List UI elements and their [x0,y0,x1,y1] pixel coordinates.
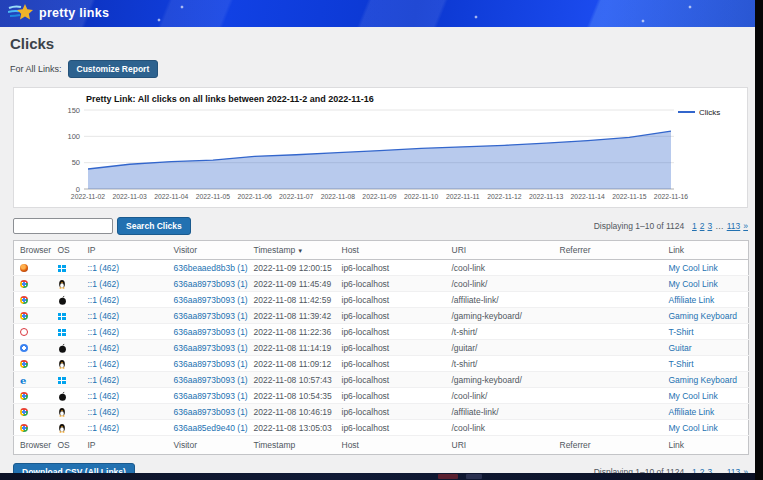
visitor-link[interactable]: 636aa8973b093 (1) [174,407,248,417]
visitor-cell: 636aa8973b093 (1) [168,276,248,292]
browser-cell [14,276,52,292]
page-link-2[interactable]: 2 [700,221,705,231]
column-header-visitor[interactable]: Visitor [168,436,248,455]
uri-cell: /affiliate-link/ [446,292,554,308]
column-header-uri[interactable]: URI [446,436,554,455]
link-cell: My Cool Link [663,260,749,276]
column-header-browser[interactable]: Browser [14,241,52,260]
linux-tux-icon [58,407,66,417]
link-cell: Gaming Keyboard [663,372,749,388]
visitor-link[interactable]: 636aa8973b093 (1) [174,279,248,289]
page-link-3[interactable]: 3 [707,221,712,231]
visitor-link[interactable]: 636aa8973b093 (1) [174,327,248,337]
table-header: BrowserOSIPVisitorTimestamp▼HostURIRefer… [14,241,749,260]
column-header-link[interactable]: Link [663,241,749,260]
ip-link[interactable]: ::1 (462) [88,311,120,321]
visitor-link[interactable]: 636aa8973b093 (1) [174,375,248,385]
pretty-link-link[interactable]: Guitar [669,343,692,353]
pretty-link-link[interactable]: Gaming Keyboard [669,375,738,385]
table-footer: BrowserOSIPVisitorTimestampHostURIReferr… [14,436,749,455]
column-header-os[interactable]: OS [52,436,82,455]
column-header-os[interactable]: OS [52,241,82,260]
ip-link[interactable]: ::1 (462) [88,343,120,353]
ip-link[interactable]: ::1 (462) [88,423,120,433]
pretty-link-link[interactable]: T-Shirt [669,327,694,337]
visitor-link[interactable]: 636aa8973b093 (1) [174,359,248,369]
os-cell [52,388,82,404]
next-page-link[interactable]: » [743,221,748,231]
customize-report-button[interactable]: Customize Report [68,60,159,78]
pretty-link-link[interactable]: Gaming Keyboard [669,311,738,321]
visitor-link[interactable]: 636aa8973b093 (1) [174,391,248,401]
visitor-cell: 636aa8973b093 (1) [168,292,248,308]
clicks-area-chart: 0501001502022-11-022022-11-032022-11-042… [14,88,747,207]
svg-text:Clicks: Clicks [699,108,720,117]
column-header-ip[interactable]: IP [82,241,168,260]
column-header-host[interactable]: Host [336,241,446,260]
host-cell: ip6-localhost [336,356,446,372]
timestamp-value: 2022-11-09 12:00:15 [254,263,332,273]
column-header-uri[interactable]: URI [446,241,554,260]
link-cell: My Cool Link [663,420,749,436]
visitor-link[interactable]: 636aa8973b093 (1) [174,295,248,305]
timestamp-value: 2022-11-08 11:42:59 [254,295,332,305]
svg-text:2022-11-15: 2022-11-15 [612,193,646,200]
pretty-link-link[interactable]: Affiliate Link [669,407,715,417]
uri-value: /gaming-keyboard/ [452,375,522,385]
host-value: ip6-localhost [342,375,390,385]
column-header-referrer[interactable]: Referrer [554,241,663,260]
screen: pretty links Clicks For All Links: Custo… [0,0,763,480]
column-header-host[interactable]: Host [336,436,446,455]
link-cell: Guitar [663,340,749,356]
referrer-cell [554,420,663,436]
pretty-link-link[interactable]: My Cool Link [669,263,718,273]
pretty-link-link[interactable]: My Cool Link [669,391,718,401]
search-input[interactable] [13,218,113,234]
visitor-link[interactable]: 636beaaed8b3b (1) [174,263,248,273]
ip-link[interactable]: ::1 (462) [88,279,120,289]
timestamp-cell: 2022-11-08 11:39:42 [248,308,336,324]
ip-link[interactable]: ::1 (462) [88,359,120,369]
column-header-referrer[interactable]: Referrer [554,436,663,455]
ip-cell: ::1 (462) [82,420,168,436]
column-header-browser[interactable]: Browser [14,436,52,455]
linux-tux-icon [58,359,66,369]
sort-desc-icon: ▼ [297,248,303,254]
host-value: ip6-localhost [342,343,390,353]
ip-link[interactable]: ::1 (462) [88,327,120,337]
visitor-link[interactable]: 636aa85ed9e40 (1) [174,423,248,433]
uri-cell: /cool-link/ [446,276,554,292]
ip-link[interactable]: ::1 (462) [88,375,120,385]
visitor-link[interactable]: 636aa8973b093 (1) [174,311,248,321]
host-value: ip6-localhost [342,391,390,401]
pretty-link-link[interactable]: T-Shirt [669,359,694,369]
timestamp-value: 2022-11-08 10:46:19 [254,407,332,417]
page-link-last[interactable]: 113 [727,221,741,231]
ip-link[interactable]: ::1 (462) [88,263,120,273]
host-value: ip6-localhost [342,295,390,305]
page-link-1[interactable]: 1 [692,221,697,231]
pretty-link-link[interactable]: My Cool Link [669,423,718,433]
browser-cell [14,324,52,340]
ip-link[interactable]: ::1 (462) [88,407,120,417]
column-header-ip[interactable]: IP [82,436,168,455]
column-header-visitor[interactable]: Visitor [168,241,248,260]
referrer-cell [554,276,663,292]
column-header-timestamp[interactable]: Timestamp [248,436,336,455]
click-row-2: ::1 (462)636aa8973b093 (1)2022-11-09 11:… [14,276,749,292]
referrer-cell [554,308,663,324]
pretty-link-link[interactable]: Affiliate Link [669,295,715,305]
click-row-1: ::1 (462)636beaaed8b3b (1)2022-11-09 12:… [14,260,749,276]
column-header-link[interactable]: Link [663,436,749,455]
column-header-timestamp[interactable]: Timestamp▼ [248,241,336,260]
uri-value: /guitar/ [452,343,478,353]
visitor-link[interactable]: 636aa8973b093 (1) [174,343,248,353]
ip-link[interactable]: ::1 (462) [88,391,120,401]
svg-text:2022-11-16: 2022-11-16 [654,193,688,200]
browser-cell [14,388,52,404]
ip-link[interactable]: ::1 (462) [88,295,120,305]
search-clicks-button[interactable]: Search Clicks [117,217,191,235]
ip-cell: ::1 (462) [82,260,168,276]
svg-text:2022-11-07: 2022-11-07 [279,193,313,200]
pretty-link-link[interactable]: My Cool Link [669,279,718,289]
